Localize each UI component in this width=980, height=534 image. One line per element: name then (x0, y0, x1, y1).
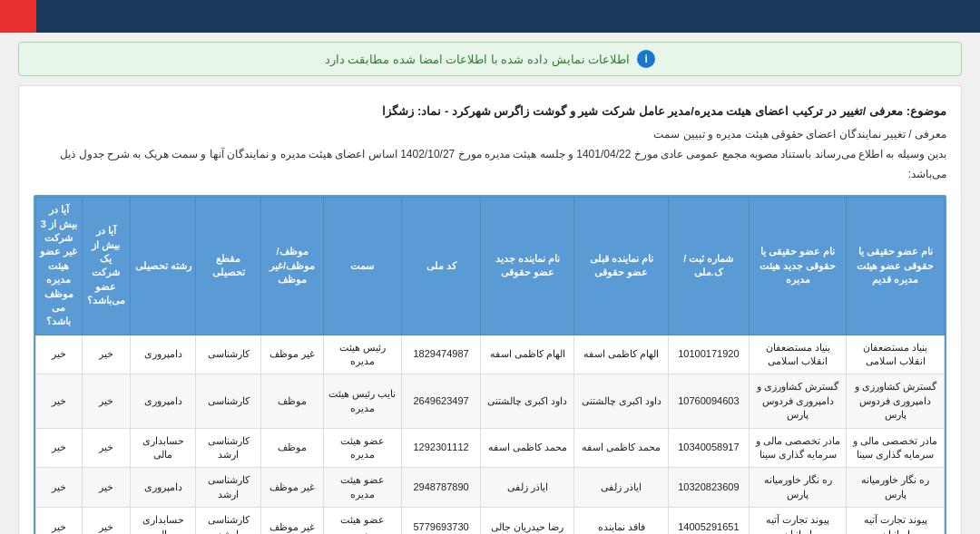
header-col2: نام عضو حقیقی یا حقوقی جدید هیئت مدیره (749, 198, 847, 335)
table-container: نام عضو حقیقی یا حقوقی عضو هیئت مدیره قد… (34, 195, 946, 534)
subject-line3: بدین وسیله به اطلاع می‌رساند باستناد مصو… (34, 145, 946, 184)
subject-sub-line: معرفی / تغییر نمایندگان اعضای حقوقی هیئت… (34, 125, 946, 145)
cell-col7-row4: عضو هیئت مدیره (323, 508, 401, 534)
header-col1: نام عضو حقیقی یا حقوقی عضو هیئت مدیره قد… (847, 198, 945, 335)
cell-col2-row4: پیوند تجارت آتیه ایرانیان (749, 508, 847, 534)
header-col7: سمت (323, 198, 401, 335)
cell-col4-row4: فاقد نماینده (574, 508, 668, 534)
cell-col7-row2: عضو هیئت مدیره (323, 428, 401, 468)
cell-col1-row1: گسترش کشاورزی و دامپروری فردوس پارس (847, 374, 945, 428)
cell-col11-row4: خیر (82, 508, 131, 534)
cell-col5-row3: ایاذر زلفی (481, 468, 574, 508)
cell-col1-row4: پیوند تجارت آتیه ایرانیان (847, 508, 945, 534)
cell-col5-row4: رضا حیدریان جالی (481, 508, 574, 534)
cell-col3-row0: 10100171920 (668, 335, 749, 374)
cell-col2-row2: مادر تخصصی مالی و سرمایه گذاری سینا (749, 428, 847, 468)
header-col10: رشته تحصیلی (131, 198, 196, 335)
table-row: ره نگار خاورمیانه پارسره نگار خاورمیانه … (36, 468, 945, 508)
cell-col11-row2: خیر (82, 428, 131, 468)
header-col9: مقطع تحصیلی (196, 198, 261, 335)
cell-col8-row3: غیر موظف (261, 468, 323, 508)
cell-col6-row1: 2649623497 (402, 374, 481, 428)
cell-col9-row0: کارشناسی (196, 335, 261, 374)
cell-col12-row1: خیر (36, 374, 83, 428)
header-col4: نام نماینده قبلی عضو حقوقی (574, 198, 668, 335)
table-row: مادر تخصصی مالی و سرمایه گذاری سینامادر … (36, 428, 945, 468)
cell-col10-row0: دامپروری (131, 335, 196, 374)
cell-col7-row1: نایب رئیس هیئت مدیره (323, 374, 401, 428)
cell-col1-row2: مادر تخصصی مالی و سرمایه گذاری سینا (847, 428, 945, 468)
cell-col4-row2: محمد کاظمی اسفه (574, 428, 668, 468)
cell-col7-row3: عضو هیئت مدیره (323, 468, 401, 508)
cell-col9-row4: کارشناسی ارشد (196, 508, 261, 534)
cell-col7-row0: رئیس هیئت مدیره (323, 335, 401, 374)
main-content: موضوع: معرفی /تغییر در ترکیب اعضای هیئت … (18, 85, 962, 534)
cell-col12-row0: خیر (36, 335, 83, 374)
cell-col2-row0: بنیاد مستضعفان انقلاب اسلامی (749, 335, 847, 374)
cell-col3-row2: 10340058917 (668, 428, 749, 468)
cell-col9-row1: کارشناسی (196, 374, 261, 428)
cell-col3-row1: 10760094603 (668, 374, 749, 428)
subject-line: موضوع: معرفی /تغییر در ترکیب اعضای هیئت … (34, 101, 946, 121)
cell-col5-row2: محمد کاظمی اسفه (481, 428, 574, 468)
header-col5: نام نماینده جدید عضو حقوقی (481, 198, 574, 335)
header-col11: آیا در بیش از یک شرکت عضو می‌باشد؟ (82, 198, 131, 335)
header-col8: موظف/ موظف/غیر موظف (261, 198, 323, 335)
header-col3: شماره ثبت / ک.ملی (668, 198, 749, 335)
subject-label: موضوع: (903, 104, 946, 118)
info-banner-text: اطلاعات نمایش داده شده با اطلاعات امضا ش… (325, 53, 631, 66)
cell-col10-row3: دامپروری (131, 468, 196, 508)
cell-col4-row3: ایاذر زلفی (574, 468, 668, 508)
table-row: گسترش کشاورزی و دامپروری فردوس پارسگسترش… (36, 374, 945, 428)
subject-block: موضوع: معرفی /تغییر در ترکیب اعضای هیئت … (34, 101, 946, 184)
cell-col6-row2: 1292301112 (402, 428, 481, 468)
cell-col3-row4: 14005291651 (668, 508, 749, 534)
cell-col10-row4: حسابداری مالی (131, 508, 196, 534)
cell-col8-row0: غیر موظف (261, 335, 323, 374)
cell-col2-row1: گسترش کشاورزی و دامپروری فردوس پارس (749, 374, 847, 428)
cell-col4-row1: داود اکبری چالشتنی (574, 374, 668, 428)
info-icon: i (637, 50, 655, 68)
table-row: پیوند تجارت آتیه ایرانیانپیوند تجارت آتی… (36, 508, 945, 534)
cell-col9-row3: کارشناسی ارشد (196, 468, 261, 508)
cell-col6-row3: 2948787890 (402, 468, 481, 508)
cell-col12-row4: خیر (36, 508, 83, 534)
top-bar (0, 0, 980, 33)
cell-col11-row3: خیر (82, 468, 131, 508)
cell-col2-row3: ره نگار خاورمیانه پارس (749, 468, 847, 508)
subject-text: معرفی /تغییر در ترکیب اعضای هیئت مدیره/م… (382, 104, 903, 118)
header-col12: آیا در بیش از 3 شرکت غیر عضو هیئت مدیره … (36, 198, 83, 335)
cell-col10-row2: حسابداری مالی (131, 428, 196, 468)
members-table: نام عضو حقیقی یا حقوقی عضو هیئت مدیره قد… (35, 197, 945, 534)
cell-col6-row4: 5779693730 (402, 508, 481, 534)
table-row: بنیاد مستضعفان انقلاب اسلامیبنیاد مستضعف… (36, 335, 945, 374)
cell-col11-row1: خیر (82, 374, 131, 428)
cell-col4-row0: الهام کاظمی اسفه (574, 335, 668, 374)
cell-col1-row3: ره نگار خاورمیانه پارس (847, 468, 945, 508)
info-banner: i اطلاعات نمایش داده شده با اطلاعات امضا… (18, 42, 962, 76)
cell-col10-row1: دامپروری (131, 374, 196, 428)
cell-col9-row2: کارشناسی ارشد (196, 428, 261, 468)
cell-col5-row1: داود اکبری چالشتنی (481, 374, 574, 428)
cell-col3-row3: 10320823609 (668, 468, 749, 508)
cell-col8-row2: موظف (261, 428, 323, 468)
cell-col8-row1: موظف (261, 374, 323, 428)
cell-col12-row2: خیر (36, 428, 83, 468)
cell-col6-row0: 1829474987 (402, 335, 481, 374)
cell-col8-row4: غیر موظف (261, 508, 323, 534)
top-bar-accent (0, 0, 36, 33)
cell-col1-row0: بنیاد مستضعفان انقلاب اسلامی (847, 335, 945, 374)
cell-col12-row3: خیر (36, 468, 83, 508)
cell-col5-row0: الهام کاظمی اسفه (481, 335, 574, 374)
header-col6: کد ملی (402, 198, 481, 335)
cell-col11-row0: خیر (82, 335, 131, 374)
